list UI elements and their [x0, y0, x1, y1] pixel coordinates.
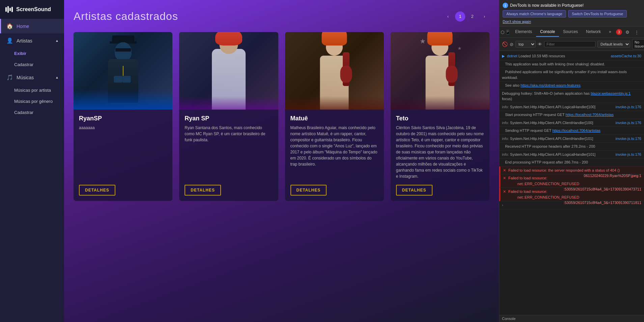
log-dotnet-source[interactable]: assetsCache.ts:30	[611, 53, 642, 59]
log-entry-dotnet: ▶ dotnet Loaded 10.59 MB resources asset…	[499, 52, 644, 60]
devtools-panel: i DevTools is now available in Portugues…	[499, 0, 644, 322]
log-entry-client-101-detail: Received HTTP response headers after 278…	[499, 143, 644, 151]
artist-card-matue: Matuê Matheus Brasileiro Aguiar, mais co…	[285, 32, 384, 201]
main-content: Artistas cadastrados ‹ 1 2 ›	[64, 0, 499, 322]
app-name: ScreenSound	[16, 6, 51, 12]
devtools-notif-buttons: Always match Chrome's language Switch De…	[503, 10, 641, 24]
pagination-next[interactable]: ›	[479, 11, 489, 22]
sidebar-item-artistas-label: Artistas	[17, 38, 32, 43]
sidebar: ScreenSound 🏠 Home 👤 Artistas ▲ Exibir C…	[0, 0, 64, 322]
artist-details-btn-matue[interactable]: DETALHES	[290, 185, 327, 196]
log-entry-published: Published applications will be significa…	[499, 68, 644, 82]
artist-details-btn-teto[interactable]: DETALHES	[396, 185, 432, 196]
artistas-submenu: Exibir Cadastrar	[0, 48, 64, 70]
sidebar-item-musicas-por-artista[interactable]: Músicas por artista	[0, 85, 64, 96]
log-refused-1-text: Failed to load resource: net::ERR_CONNEC…	[503, 176, 579, 186]
artist-desc-ryan-sp: Ryan Santana dos Santos, mais conhecido …	[185, 125, 273, 179]
eye-icon[interactable]: 👁	[538, 40, 542, 48]
log-404-source[interactable]: 061120240229.Ryan%20SP.jpeg:1	[584, 173, 641, 179]
devtools-dont-show-link[interactable]: Don't show again	[503, 20, 531, 24]
devtools-notification: i DevTools is now available in Portugues…	[499, 0, 644, 27]
console-level-select[interactable]: Default levels	[597, 41, 630, 48]
musicas-por-artista-label: Músicas por artista	[14, 88, 51, 93]
artist-details-btn-ryan-sp[interactable]: DETALHES	[185, 185, 221, 196]
log-client-101-source[interactable]: invoke-js.ts:176	[616, 136, 641, 142]
sidebar-item-cadastrar-artista[interactable]: Cadastrar	[0, 59, 64, 70]
log-logical-100-source[interactable]: invoke-js.ts:176	[616, 104, 641, 110]
log-client-100-source[interactable]: invoke-js.ts:176	[616, 120, 641, 126]
artist-desc-teto: Clériton Sávio Santos Silva (Jacobina, 1…	[396, 125, 484, 179]
device-icon[interactable]: 📱	[505, 28, 510, 36]
clear-console-icon[interactable]: 🚫	[502, 40, 508, 48]
page-title: Artistas cadastrados	[74, 10, 178, 23]
artistas-icon: 👤	[6, 37, 13, 44]
artist-image-ryansp	[74, 32, 172, 110]
devtools-tab-console[interactable]: Console	[536, 27, 559, 37]
artist-card-teto: ★ ★ Teto Clériton Sávio Santos Silva (Ja…	[391, 32, 489, 201]
artist-card-teto-body: Teto Clériton Sávio Santos Silva (Jacobi…	[391, 110, 489, 201]
cadastrar-artista-label: Cadastrar	[14, 62, 33, 67]
log-logical-101-source[interactable]: invoke-js.ts:176	[616, 152, 641, 157]
console-context-select[interactable]: top	[515, 41, 536, 48]
log-info-prefix-4: info:	[502, 152, 510, 156]
log-404-text: Failed to load resource: the server resp…	[508, 168, 620, 172]
log-debug-text: Debugging hotkey: Shift+Alt+D (when appl…	[502, 91, 591, 95]
inspect-icon[interactable]: ⬡	[501, 28, 504, 36]
log-blazor-link[interactable]: blazor.webassembly.js:1	[591, 91, 631, 95]
log-dotnet-label: dotnet	[507, 54, 517, 58]
sidebar-item-cadastrar-musica[interactable]: Cadastrar	[0, 107, 64, 118]
artist-card-ryan-sp: Ryan SP Ryan Santana dos Santos, mais co…	[179, 32, 278, 201]
pagination-page-2[interactable]: 2	[467, 11, 477, 22]
settings-icon[interactable]: ⚙	[623, 28, 632, 36]
log-seealso-link[interactable]: https://aka.ms/dotnet-wasm-features	[521, 83, 581, 87]
devtools-switch-portuguese-btn[interactable]: Switch DevTools to Portuguese	[568, 10, 627, 18]
error-badge: 3	[616, 29, 622, 35]
sidebar-item-musicas[interactable]: 🎵 Músicas ▲	[0, 70, 64, 85]
artist-card-matue-body: Matuê Matheus Brasileiro Aguiar, mais co…	[285, 110, 384, 201]
artist-desc-matue: Matheus Brasileiro Aguiar, mais conhecid…	[290, 125, 379, 179]
log-refused-1-source[interactable]: :53059/2610715c8f4a4_3&=173091390473711	[564, 186, 641, 192]
artist-name-ryan-sp: Ryan SP	[185, 115, 273, 122]
sidebar-item-artistas[interactable]: 👤 Artistas ▲	[0, 33, 64, 48]
log-published-text: Published applications will be significa…	[502, 70, 627, 80]
log-refused-2-source[interactable]: :53059/2610715c8f4a4_3&=173091390711811	[564, 200, 641, 206]
log-seealso-text: See also	[502, 83, 521, 87]
devtools-notif-text: DevTools is now available in Portuguese!	[510, 3, 584, 8]
pagination-prev[interactable]: ‹	[443, 11, 453, 22]
logo-icon	[5, 6, 13, 13]
artist-image-matue	[285, 32, 384, 110]
log-client-101-text: System.Net.Http.HttpClient.API.ClientHan…	[510, 137, 593, 141]
devtools-tab-network[interactable]: Network	[582, 27, 605, 37]
artist-card-ryan-sp-body: Ryan SP Ryan Santana dos Santos, mais co…	[179, 110, 278, 201]
error-icon-3: ✕	[503, 189, 506, 194]
console-filter-icon[interactable]: ⊘	[510, 40, 513, 48]
console-filter-input[interactable]	[544, 41, 595, 47]
log-client-101-detail: Received HTTP response headers after 278…	[502, 144, 595, 148]
console-issues-badge: No Issues	[632, 39, 644, 49]
log-entry-logical-101-detail: End processing HTTP request after 286.7m…	[499, 158, 644, 167]
devtools-match-language-btn[interactable]: Always match Chrome's language	[503, 10, 566, 18]
devtools-tab-more[interactable]: »	[605, 27, 615, 37]
log-entry-404-error: ✕ Failed to load resource: the server re…	[499, 167, 644, 175]
cadastrar-musica-label: Cadastrar	[14, 110, 33, 115]
sidebar-item-home[interactable]: 🏠 Home	[0, 19, 64, 33]
sidebar-item-musicas-label: Músicas	[17, 75, 34, 80]
error-icon-2: ✕	[503, 176, 506, 180]
devtools-close-btn[interactable]: ✕	[642, 28, 644, 36]
devtools-tab-sources[interactable]: Sources	[559, 27, 582, 37]
page-header: Artistas cadastrados ‹ 1 2 ›	[74, 10, 489, 23]
sidebar-item-musicas-por-genero[interactable]: Músicas por gênero	[0, 96, 64, 107]
pagination-page-1[interactable]: 1	[455, 11, 465, 22]
artists-grid: RyanSP aaaaaaa DETALHES Ryan SP	[74, 32, 489, 201]
log-info-prefix-2: info:	[502, 121, 510, 125]
artist-card-ryansp-body: RyanSP aaaaaaa DETALHES	[74, 110, 172, 201]
sidebar-item-exibir[interactable]: Exibir	[0, 48, 64, 59]
devtools-bottom-console-label: Console	[502, 317, 515, 321]
devtools-tab-elements[interactable]: Elements	[511, 27, 536, 37]
log-logical-101-detail: End processing HTTP request after 286.7m…	[502, 160, 588, 164]
artist-details-btn-ryansp[interactable]: DETALHES	[79, 185, 115, 196]
log-info-prefix-3: info:	[502, 137, 510, 141]
more-icon[interactable]: ⋮	[633, 28, 641, 36]
log-entry-client-101: info: System.Net.Http.HttpClient.API.Cli…	[499, 135, 644, 143]
log-focus-text: focus)	[502, 97, 512, 101]
